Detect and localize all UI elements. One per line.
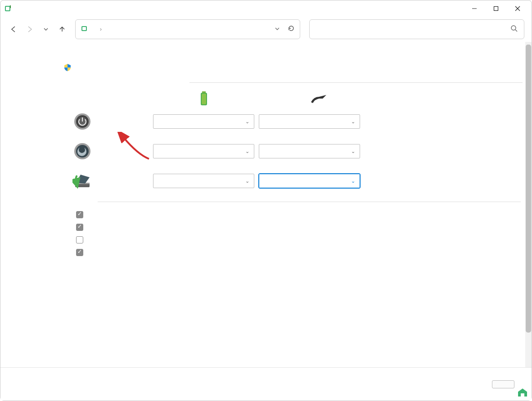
- scrollbar-thumb[interactable]: [526, 45, 531, 333]
- combo-sleep-battery[interactable]: ⌄: [153, 144, 254, 158]
- chevron-down-icon: ⌄: [245, 149, 249, 154]
- toolbar: ›: [0, 17, 532, 42]
- svg-point-9: [511, 26, 516, 30]
- combo-lid-battery[interactable]: ⌄: [153, 174, 254, 188]
- watermark-icon: [518, 388, 527, 396]
- combo-power-battery[interactable]: ⌄: [153, 114, 254, 129]
- save-button[interactable]: [492, 380, 514, 388]
- svg-rect-4: [494, 7, 498, 11]
- sleep-button-icon: [72, 142, 92, 160]
- minimize-button[interactable]: [464, 2, 485, 15]
- checkbox-hibernate[interactable]: [76, 236, 83, 243]
- checkbox-sleep[interactable]: [76, 224, 83, 231]
- row-close-lid: ⌄ ⌄: [72, 172, 507, 190]
- lid-icon: [72, 172, 92, 190]
- power-button-icon: [72, 113, 92, 131]
- combo-lid-plugged[interactable]: ⌄: [259, 174, 360, 188]
- svg-rect-13: [202, 94, 206, 104]
- chevron-down-icon: ⌄: [245, 178, 249, 184]
- svg-rect-8: [82, 27, 86, 30]
- plug-icon: [310, 93, 327, 106]
- chevron-down-icon: ⌄: [351, 149, 355, 154]
- svg-line-10: [515, 30, 517, 32]
- chevron-down-icon: ⌄: [351, 119, 355, 125]
- checkbox-fast-startup[interactable]: [76, 211, 83, 218]
- battery-icon: [198, 91, 209, 108]
- up-button[interactable]: [56, 23, 68, 35]
- chevron-down-icon: ⌄: [245, 119, 249, 125]
- check-hibernate: [76, 235, 507, 243]
- chevron-down-icon: ⌄: [351, 178, 355, 184]
- footer: [0, 367, 532, 401]
- app-icon: [4, 5, 12, 13]
- combo-sleep-plugged[interactable]: ⌄: [259, 144, 360, 158]
- refresh-button[interactable]: [287, 24, 295, 34]
- column-headers: [63, 91, 507, 108]
- search-box[interactable]: [309, 19, 524, 39]
- check-fast-startup: [76, 210, 507, 218]
- watermark: [518, 387, 528, 397]
- check-sleep: [76, 223, 507, 231]
- vertical-scrollbar[interactable]: [525, 42, 532, 401]
- row-power-button: ⌄ ⌄: [72, 113, 507, 131]
- checkbox-lock[interactable]: [76, 249, 83, 256]
- shield-icon: [63, 63, 72, 73]
- forward-button[interactable]: [24, 23, 36, 35]
- content-area: ⌄ ⌄ ⌄ ⌄ ⌄ ⌄: [0, 42, 525, 401]
- titlebar: [0, 0, 532, 17]
- maximize-button[interactable]: [486, 2, 506, 15]
- folder-icon: [80, 24, 89, 35]
- close-button[interactable]: [507, 2, 528, 15]
- row-sleep-button: ⌄ ⌄: [72, 142, 507, 160]
- uac-change-link-row: [63, 63, 507, 73]
- svg-rect-2: [10, 5, 11, 8]
- address-dropdown-icon[interactable]: [275, 25, 280, 33]
- back-button[interactable]: [8, 23, 19, 35]
- col-battery: [198, 91, 302, 108]
- svg-rect-1: [6, 7, 9, 10]
- col-plugged: [310, 93, 414, 106]
- chevron-right-icon: ›: [100, 26, 102, 32]
- combo-power-plugged[interactable]: ⌄: [259, 114, 360, 129]
- search-icon[interactable]: [510, 25, 518, 34]
- window: ›: [0, 0, 532, 401]
- check-lock: [76, 248, 507, 256]
- recent-dropdown[interactable]: [40, 23, 52, 35]
- search-input[interactable]: [316, 26, 510, 33]
- address-bar[interactable]: ›: [75, 19, 300, 39]
